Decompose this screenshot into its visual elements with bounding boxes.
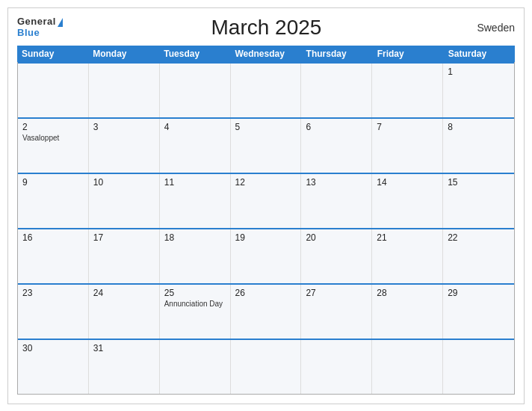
cell-date: 24 <box>93 288 155 298</box>
calendar-country: Sweden <box>470 22 515 34</box>
week-row-0: 1 <box>18 62 514 117</box>
table-row: 21 <box>372 229 443 283</box>
calendar-title: March 2025 <box>63 16 470 40</box>
calendar-header: General Blue March 2025 Sweden <box>17 16 515 40</box>
day-header-sunday: Sunday <box>17 46 88 62</box>
table-row <box>231 340 302 394</box>
cell-date: 3 <box>93 122 155 132</box>
cell-date: 13 <box>306 177 367 188</box>
table-row <box>18 64 89 117</box>
table-row: 18 <box>160 229 231 283</box>
cell-date: 17 <box>93 232 155 243</box>
cell-date: 7 <box>377 122 438 132</box>
cell-date: 20 <box>306 232 367 243</box>
table-row: 25Annunciation Day <box>160 285 231 339</box>
logo: General Blue <box>17 16 63 38</box>
table-row <box>160 64 231 117</box>
cell-event: Annunciation Day <box>164 300 226 308</box>
table-row <box>231 64 302 117</box>
cell-date: 25 <box>164 288 226 298</box>
table-row: 7 <box>372 119 443 173</box>
table-row: 5 <box>231 119 302 173</box>
table-row: 31 <box>89 340 160 394</box>
table-row: 29 <box>443 285 514 339</box>
cell-date: 8 <box>448 122 510 132</box>
logo-general-text: General <box>17 16 63 27</box>
table-row: 6 <box>301 119 372 173</box>
table-row: 2Vasaloppet <box>18 119 89 173</box>
table-row: 16 <box>18 229 89 283</box>
table-row: 8 <box>443 119 514 173</box>
table-row <box>372 64 443 117</box>
cell-date: 23 <box>22 288 84 298</box>
calendar-container: General Blue March 2025 Sweden Sunday Mo… <box>7 7 525 404</box>
cell-date: 28 <box>377 288 438 298</box>
table-row: 3 <box>89 119 160 173</box>
day-header-wednesday: Wednesday <box>230 46 301 62</box>
day-header-saturday: Saturday <box>444 46 515 62</box>
cell-date: 9 <box>22 177 84 188</box>
cell-date: 6 <box>306 122 367 132</box>
cell-date: 21 <box>377 232 438 243</box>
table-row: 24 <box>89 285 160 339</box>
table-row: 28 <box>372 285 443 339</box>
table-row <box>160 340 231 394</box>
table-row: 17 <box>89 229 160 283</box>
week-row-5: 3031 <box>18 339 514 394</box>
cell-date: 10 <box>93 177 155 188</box>
calendar-grid: 12Vasaloppet3456789101112131415161718192… <box>17 62 515 395</box>
cell-date: 31 <box>93 343 155 353</box>
table-row: 15 <box>443 174 514 228</box>
cell-date: 30 <box>22 343 84 353</box>
cell-date: 4 <box>164 122 226 132</box>
week-row-4: 232425Annunciation Day26272829 <box>18 283 514 339</box>
week-row-3: 16171819202122 <box>18 228 514 283</box>
table-row: 23 <box>18 285 89 339</box>
cell-date: 12 <box>235 177 297 188</box>
cell-date: 29 <box>448 288 510 298</box>
cell-date: 2 <box>22 122 84 132</box>
table-row <box>301 64 372 117</box>
cell-date: 16 <box>22 232 84 243</box>
cell-date: 14 <box>377 177 438 188</box>
day-header-friday: Friday <box>373 46 444 62</box>
cell-date: 5 <box>235 122 297 132</box>
cell-date: 15 <box>448 177 510 188</box>
table-row: 14 <box>372 174 443 228</box>
table-row: 1 <box>443 64 514 117</box>
week-row-1: 2Vasaloppet345678 <box>18 117 514 173</box>
table-row: 26 <box>231 285 302 339</box>
table-row: 12 <box>231 174 302 228</box>
cell-date: 22 <box>448 232 510 243</box>
day-header-thursday: Thursday <box>302 46 373 62</box>
table-row: 11 <box>160 174 231 228</box>
cell-date: 11 <box>164 177 226 188</box>
cell-date: 27 <box>306 288 367 298</box>
cell-date: 18 <box>164 232 226 243</box>
day-headers-row: Sunday Monday Tuesday Wednesday Thursday… <box>17 46 515 62</box>
table-row: 20 <box>301 229 372 283</box>
table-row <box>89 64 160 117</box>
day-header-tuesday: Tuesday <box>159 46 230 62</box>
table-row: 27 <box>301 285 372 339</box>
table-row: 9 <box>18 174 89 228</box>
logo-triangle-icon <box>58 18 63 27</box>
logo-blue-text: Blue <box>17 28 63 38</box>
week-row-2: 9101112131415 <box>18 173 514 228</box>
table-row: 10 <box>89 174 160 228</box>
day-header-monday: Monday <box>88 46 159 62</box>
table-row: 13 <box>301 174 372 228</box>
table-row: 4 <box>160 119 231 173</box>
table-row: 19 <box>231 229 302 283</box>
table-row <box>301 340 372 394</box>
cell-date: 26 <box>235 288 297 298</box>
table-row <box>443 340 514 394</box>
table-row: 22 <box>443 229 514 283</box>
cell-date: 1 <box>448 67 510 77</box>
cell-date: 19 <box>235 232 297 243</box>
table-row <box>372 340 443 394</box>
table-row: 30 <box>18 340 89 394</box>
cell-event: Vasaloppet <box>22 134 84 142</box>
